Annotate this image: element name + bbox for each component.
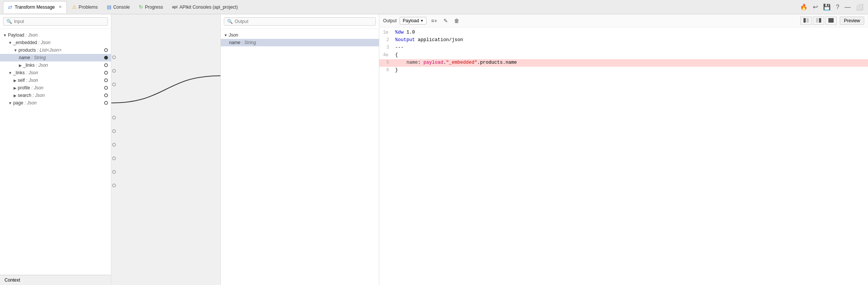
output-search-container: 🔍	[221, 14, 379, 29]
line-content-4: {	[393, 52, 868, 59]
tree-item-links[interactable]: ▼ _links : Json	[0, 69, 111, 77]
tree-item-products[interactable]: ▼ products : List<Json>	[0, 46, 111, 54]
output-tree-item-json[interactable]: ▼ Json	[221, 31, 379, 39]
tab-label: Transform Message	[15, 5, 55, 10]
toggle-payload[interactable]: ▼	[3, 33, 7, 37]
line-number-2: 2	[379, 37, 393, 44]
toggle-links[interactable]: ▼	[8, 71, 12, 75]
svg-rect-1	[806, 18, 809, 23]
tab-console[interactable]: ▤ Console	[103, 3, 134, 11]
line-number-3: 3	[379, 44, 393, 52]
toggle-profile[interactable]: ▶	[14, 86, 17, 90]
search-icon: 🔍	[227, 19, 233, 24]
chevron-down-icon: ▼	[420, 19, 423, 23]
mapping-canvas	[111, 14, 221, 285]
tab-problems[interactable]: ⚠ Problems	[68, 3, 102, 11]
tree-item-page[interactable]: ▼ page : Json	[0, 99, 111, 107]
code-line-3: 3 ---	[379, 44, 868, 52]
help-icon[interactable]: ?	[834, 3, 841, 11]
tab-bar-left: ⇄ Transform Message ✕ ⚠ Problems ▤ Conso…	[3, 1, 242, 13]
output-label: Output	[383, 18, 397, 23]
tab-transform-message[interactable]: ⇄ Transform Message ✕	[3, 1, 67, 13]
view-split-left-button[interactable]	[800, 17, 812, 25]
add-output-button[interactable]: ≡+	[429, 17, 439, 25]
output-tree: ▼ Json name : String	[221, 29, 379, 285]
toggle-json-root[interactable]: ▼	[224, 33, 228, 37]
apikit-icon: api	[172, 5, 177, 9]
line-content-5: name: payload."_embedded".products.name	[393, 59, 868, 67]
code-line-1: 1⊟ %dw 1.0	[379, 29, 868, 37]
problems-icon: ⚠	[72, 4, 77, 10]
code-header: Output Payload ▼ ≡+ ✎ 🗑	[379, 14, 868, 28]
toggle-search[interactable]: ▶	[14, 93, 17, 98]
line-number-6: 6	[379, 67, 393, 74]
context-tab[interactable]: Context	[0, 275, 111, 285]
input-search-input[interactable]	[14, 19, 105, 24]
tab-bar: ⇄ Transform Message ✕ ⚠ Problems ▤ Conso…	[0, 0, 868, 14]
toggle-embedded[interactable]: ▼	[8, 41, 12, 45]
view-split-right-button[interactable]	[813, 17, 824, 25]
code-header-left: Output Payload ▼ ≡+ ✎ 🗑	[383, 17, 461, 25]
tab-apikit[interactable]: api APIkit Consoles (api_project)	[168, 3, 242, 11]
tab-close-button[interactable]: ✕	[58, 5, 62, 9]
connector-dot-self	[104, 78, 108, 82]
tab-bar-right: 🔥 ↩ 💾 ? — ⬜	[799, 3, 865, 11]
tree-item-links-nested[interactable]: ▶ _links : Json	[0, 61, 111, 69]
main-layout: 🔍 ▼ Payload : Json ▼ _embedded : Json	[0, 14, 868, 285]
view-buttons	[800, 17, 837, 25]
input-search-box[interactable]: 🔍	[3, 17, 108, 26]
code-line-2: 2 %output application/json	[379, 37, 868, 44]
fire-icon[interactable]: 🔥	[799, 3, 809, 11]
maximize-icon[interactable]: ⬜	[854, 3, 865, 11]
line-number-5: 5	[379, 59, 393, 67]
transform-icon: ⇄	[8, 4, 12, 10]
svg-rect-3	[819, 18, 821, 23]
tree-item-self[interactable]: ▶ self : Json	[0, 77, 111, 84]
apikit-label: APIkit Consoles (api_project)	[179, 5, 238, 10]
view-full-button[interactable]	[825, 17, 837, 25]
input-panel: 🔍 ▼ Payload : Json ▼ _embedded : Json	[0, 14, 111, 285]
tab-progress[interactable]: ↻ Progress	[135, 3, 167, 11]
toggle-links-nested[interactable]: ▶	[19, 63, 22, 67]
edit-icon[interactable]: ✎	[442, 17, 449, 25]
output-search-box[interactable]: 🔍	[224, 17, 376, 26]
progress-icon: ↻	[139, 4, 143, 10]
code-panel: Output Payload ▼ ≡+ ✎ 🗑	[379, 14, 868, 285]
code-body: 1⊟ %dw 1.0 2 %output application/json 3 …	[379, 28, 868, 285]
preview-button[interactable]: Preview	[840, 17, 864, 25]
toggle-page[interactable]: ▼	[8, 101, 12, 105]
search-icon: 🔍	[6, 19, 12, 24]
connector-dot-search	[104, 93, 108, 97]
tree-item-payload[interactable]: ▼ Payload : Json	[0, 31, 111, 39]
input-search-container: 🔍	[0, 14, 111, 29]
svg-rect-2	[816, 18, 818, 23]
line-content-1: %dw 1.0	[393, 29, 868, 37]
output-tree-item-name[interactable]: name : String	[221, 39, 379, 46]
toggle-products[interactable]: ▼	[14, 48, 17, 52]
code-line-4: 4⊟ {	[379, 52, 868, 59]
line-number-4: 4⊟	[379, 52, 393, 59]
save-icon[interactable]: 💾	[822, 3, 832, 11]
connector-dot-profile	[104, 86, 108, 90]
payload-dropdown[interactable]: Payload ▼	[400, 17, 426, 25]
tree-item-profile[interactable]: ▶ profile : Json	[0, 84, 111, 92]
delete-icon[interactable]: 🗑	[452, 17, 461, 25]
payload-label: Payload	[403, 18, 419, 23]
svg-rect-4	[828, 18, 834, 23]
toggle-self[interactable]: ▶	[14, 78, 17, 83]
connector-dot-products	[104, 48, 108, 52]
mapping-svg	[111, 14, 220, 285]
minimize-icon[interactable]: —	[843, 3, 852, 11]
problems-label: Problems	[78, 5, 98, 10]
connector-dot-links	[104, 71, 108, 75]
line-content-3: ---	[393, 44, 868, 52]
connector-dot-links-nested	[104, 63, 108, 67]
connector-dot-page	[104, 101, 108, 105]
tree-item-embedded[interactable]: ▼ _embedded : Json	[0, 39, 111, 46]
undo-icon[interactable]: ↩	[811, 3, 819, 11]
console-label: Console	[113, 5, 130, 10]
tree-item-name[interactable]: name : String	[0, 54, 111, 61]
output-search-input[interactable]	[235, 19, 372, 24]
code-line-6: 6 }	[379, 67, 868, 74]
tree-item-search[interactable]: ▶ search : Json	[0, 92, 111, 99]
